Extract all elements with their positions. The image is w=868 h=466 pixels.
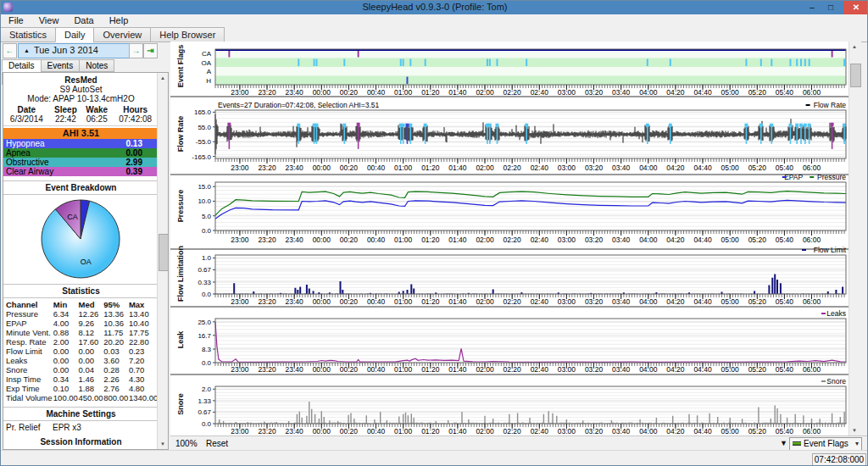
stats-cell: 100.00 <box>53 393 79 402</box>
stats-cell: EPAP <box>3 319 53 328</box>
time-tick-label: 02:00 <box>476 164 494 172</box>
stats-cell: 10.40 <box>129 319 159 328</box>
time-tick-label: 05:00 <box>721 236 740 244</box>
time-tick-label: 04:40 <box>693 236 712 244</box>
sidebar-tab-events[interactable]: Events <box>41 59 81 72</box>
calendar-caret-icon: ▲ <box>24 47 30 53</box>
tab-overview[interactable]: Overview <box>93 27 151 42</box>
event-breakdown-pie: OACA <box>3 195 159 282</box>
sleepyhead-window: { "window": {"title": "SleepyHead v0.9.3… <box>0 0 868 466</box>
chart-flow-rate[interactable]: 165.055.0-55.0-165.0Events=27 Duration=0… <box>170 97 849 174</box>
svg-text:15.0: 15.0 <box>198 183 211 191</box>
time-tick-label: 03:40 <box>612 164 631 172</box>
collapse-triangle-icon[interactable]: ▼ <box>780 439 787 447</box>
stats-cell: Exp Time <box>3 384 53 393</box>
stats-cell: 20.20 <box>103 337 129 347</box>
sidebar-scroll-thumb[interactable] <box>159 234 169 271</box>
scroll-down-icon[interactable]: ▼ <box>158 439 168 449</box>
summary-header: Sleep <box>50 105 81 114</box>
stats-header: 95% <box>103 300 129 309</box>
stats-cell: 2.76 <box>103 384 129 393</box>
stats-cell: Leaks <box>3 356 53 365</box>
svg-text:55.0: 55.0 <box>198 124 211 131</box>
event-flags-dropdown[interactable]: Event Flags▾ <box>789 437 862 451</box>
stats-cell: 13.40 <box>129 309 159 319</box>
chart-event-flags[interactable]: CAOAAH23:0023:2023:4000:0000:2000:4001:0… <box>170 42 849 96</box>
chart-snore[interactable]: 2.01.330.670.023:0023:2023:4000:0000:200… <box>170 375 849 435</box>
svg-text:2.0: 2.0 <box>202 386 212 393</box>
svg-text:16.7: 16.7 <box>198 332 211 340</box>
time-tick-label: 01:20 <box>421 427 440 435</box>
scroll-up-icon[interactable]: ▲ <box>158 73 168 83</box>
menu-help[interactable]: Help <box>102 14 136 25</box>
time-tick-label: 05:20 <box>748 297 767 306</box>
date-dropdown[interactable]: ▲Tue Jun 3 2014 <box>18 43 133 58</box>
time-tick-label: 02:40 <box>531 164 549 172</box>
sidebar-tab-notes[interactable]: Notes <box>79 59 114 72</box>
pie-label-ca: CA <box>67 213 78 221</box>
stats-cell: 2.00 <box>53 337 79 347</box>
flow-rate-summary-text: Events=27 Duration=07:42:08, Selection A… <box>218 101 379 109</box>
sidebar-tab-details[interactable]: Details <box>2 59 42 72</box>
time-tick-label: 04:00 <box>639 427 658 435</box>
svg-text:1.0: 1.0 <box>202 254 212 262</box>
tab-help-browser[interactable]: Help Browser <box>150 27 225 42</box>
panel-leak: Leak25.016.78.30.023:0023:2023:4000:0000… <box>170 308 849 374</box>
time-tick-label: 01:40 <box>448 365 467 374</box>
last-day-button[interactable]: ⇥ <box>143 43 158 58</box>
svg-text:0.0: 0.0 <box>202 359 212 367</box>
stats-cell: 13.36 <box>103 309 129 319</box>
stats-cell: 450.00 <box>79 393 104 402</box>
svg-text:-55.0: -55.0 <box>196 138 212 146</box>
menu-view[interactable]: View <box>31 14 67 25</box>
maximize-button[interactable]: □ <box>821 1 840 14</box>
reset-button[interactable]: Reset <box>206 439 228 448</box>
chart-pressure[interactable]: 15.010.05.00.023:0023:2023:4000:0000:200… <box>170 175 849 248</box>
minimize-button[interactable]: – <box>803 1 821 14</box>
title-bar: SleepyHead v0.9.3-0 (Profile: Tom) – □ ✕ <box>1 1 868 14</box>
stats-cell: 0.00 <box>53 365 79 374</box>
time-tick-label: 23:20 <box>258 236 276 244</box>
time-tick-label: 02:20 <box>504 236 522 244</box>
window-title: SleepyHead v0.9.3-0 (Profile: Tom) <box>1 2 868 12</box>
sidebar-scrollbar[interactable]: ▲ ▼ <box>157 73 168 449</box>
stats-cell: 3.60 <box>103 356 129 365</box>
stats-cell: 8.12 <box>79 328 104 337</box>
charts-scroll-up-icon[interactable]: ▲ <box>849 42 860 52</box>
time-tick-label: 01:00 <box>394 236 413 244</box>
time-tick-label: 05:40 <box>776 365 794 374</box>
time-tick-label: 23:40 <box>286 236 304 244</box>
legend-label-flow-rate: Flow Rate <box>814 101 847 109</box>
chart-leak[interactable]: 25.016.78.30.023:0023:2023:4000:0000:200… <box>170 308 849 374</box>
legend-label-snore: Snore <box>826 377 846 386</box>
stats-cell: 4.00 <box>53 319 79 328</box>
zoom-level-label[interactable]: 100% <box>175 439 198 448</box>
menu-file[interactable]: File <box>1 14 31 25</box>
prev-day-button[interactable]: ← <box>3 43 17 58</box>
time-tick-label: 03:20 <box>585 365 604 374</box>
charts-scrollbar[interactable]: ▲ ▼ <box>849 42 861 435</box>
tab-statistics[interactable]: Statistics <box>0 27 56 42</box>
legend-swatch-icon <box>793 441 801 446</box>
time-tick-label: 01:00 <box>394 365 413 374</box>
next-day-button[interactable]: → <box>129 43 143 58</box>
time-tick-label: 23:20 <box>258 164 276 172</box>
event-row-label-oa: OA <box>201 59 211 67</box>
dropdown-caret-icon: ▾ <box>855 440 859 447</box>
menu-data[interactable]: Data <box>66 14 101 25</box>
charts-scroll-thumb[interactable] <box>850 64 861 87</box>
svg-text:10.0: 10.0 <box>198 197 211 205</box>
time-tick-label: 04:20 <box>666 297 685 306</box>
chart-flow-limitation[interactable]: 1.00.670.330.023:0023:2023:4000:0000:200… <box>170 250 849 306</box>
stats-cell: 7.20 <box>129 356 159 365</box>
panel-flow-rate: Flow Rate165.055.0-55.0-165.0Events=27 D… <box>170 97 849 174</box>
time-tick-label: 05:00 <box>721 365 740 374</box>
legend-label-pressure: Pressure <box>817 173 846 181</box>
tab-daily[interactable]: Daily <box>55 27 94 42</box>
time-tick-label: 23:40 <box>286 365 304 374</box>
close-button[interactable]: ✕ <box>843 1 868 14</box>
charts-scroll-down-icon[interactable]: ▼ <box>849 425 860 435</box>
time-tick-label: 04:40 <box>693 164 712 172</box>
time-tick-label: 04:40 <box>693 427 712 435</box>
time-tick-label: 02:20 <box>504 297 522 306</box>
